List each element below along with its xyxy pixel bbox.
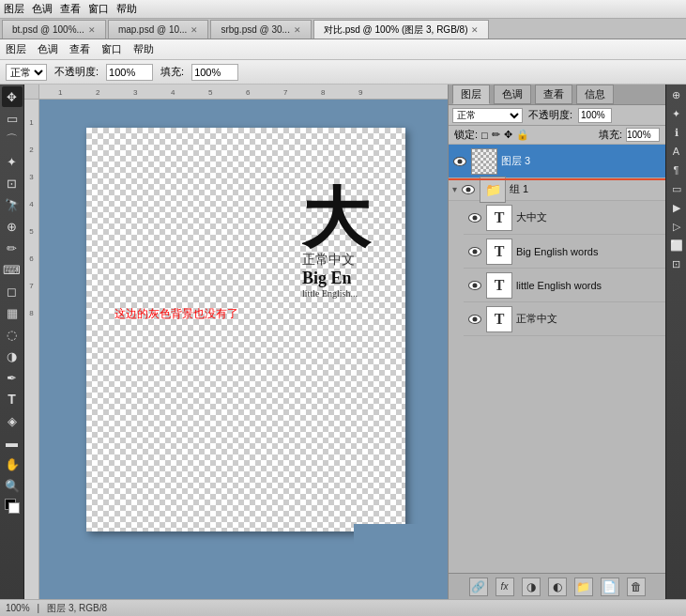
lock-all-icon[interactable]: 🔒 bbox=[516, 129, 529, 141]
right-btn-4[interactable]: A bbox=[668, 143, 685, 160]
right-btn-5[interactable]: ¶ bbox=[668, 162, 685, 178]
right-btn-2[interactable]: ✦ bbox=[668, 105, 685, 122]
link-layers-button[interactable]: 🔗 bbox=[469, 578, 488, 596]
tab-layers[interactable]: 图层 bbox=[452, 85, 490, 104]
lock-move-icon[interactable]: ✥ bbox=[504, 129, 512, 141]
layer-item-normal-chinese[interactable]: T 正常中文 bbox=[464, 302, 665, 336]
menu-tone[interactable]: 色调 bbox=[32, 2, 53, 16]
tab-map[interactable]: map.psd @ 10... ✕ bbox=[108, 20, 209, 38]
tab-close-compare[interactable]: ✕ bbox=[471, 25, 479, 35]
lasso-tool[interactable]: ⌒ bbox=[2, 130, 23, 150]
canvas-content[interactable]: 大 正常中文 Big En little English... 这边的灰色背景也… bbox=[39, 100, 448, 599]
menu-help[interactable]: 帮助 bbox=[116, 2, 137, 16]
path-tool[interactable]: ◈ bbox=[2, 410, 23, 431]
eye-icon-little-english[interactable] bbox=[468, 281, 481, 290]
layers-list[interactable]: 图层 3 ▾ 📁 组 1 bbox=[449, 145, 665, 573]
right-btn-8[interactable]: ▷ bbox=[668, 218, 685, 235]
menubar-tone[interactable]: 色调 bbox=[38, 42, 58, 56]
big-chinese-visibility[interactable] bbox=[467, 210, 482, 225]
layer3-visibility[interactable] bbox=[452, 154, 467, 169]
eraser-tool[interactable]: ◻ bbox=[2, 281, 23, 301]
menu-view[interactable]: 查看 bbox=[60, 2, 81, 16]
group1-expand-icon[interactable]: ▾ bbox=[452, 184, 457, 194]
layer-item-little-english[interactable]: T little English words bbox=[464, 269, 665, 302]
layer-item-big-chinese[interactable]: T 大中文 bbox=[464, 201, 665, 235]
tab-paths[interactable]: 查看 bbox=[535, 85, 572, 104]
hand-tool[interactable]: ✋ bbox=[2, 454, 23, 474]
magic-wand-tool[interactable]: ✦ bbox=[2, 151, 23, 172]
tab-srbg[interactable]: srbg.psd @ 30... ✕ bbox=[210, 20, 312, 38]
right-btn-6[interactable]: ▭ bbox=[668, 180, 685, 197]
layer-opacity-input[interactable] bbox=[578, 108, 612, 123]
pen-tool[interactable]: ✒ bbox=[2, 367, 23, 388]
menu-layer[interactable]: 图层 bbox=[4, 2, 24, 16]
menubar-help[interactable]: 帮助 bbox=[133, 42, 154, 56]
zoom-tool[interactable]: 🔍 bbox=[2, 475, 23, 496]
group1-header[interactable]: ▾ 📁 组 1 bbox=[449, 178, 665, 201]
dodge-tool[interactable]: ◑ bbox=[2, 346, 23, 366]
clone-tool[interactable]: ⌨ bbox=[2, 259, 23, 280]
status-separator: | bbox=[38, 603, 40, 613]
fg-bg-color[interactable] bbox=[3, 497, 22, 516]
layer-item-big-english[interactable]: T Big English words bbox=[464, 235, 665, 269]
normal-chinese-visibility[interactable] bbox=[467, 312, 482, 327]
tab-compare[interactable]: 对比.psd @ 100% (图层 3, RGB/8) ✕ bbox=[313, 20, 490, 38]
delete-layer-button[interactable]: 🗑 bbox=[627, 578, 646, 596]
layer-item-layer3[interactable]: 图层 3 bbox=[449, 145, 665, 178]
eye-icon-group1[interactable] bbox=[462, 185, 475, 194]
big-english-visibility[interactable] bbox=[467, 244, 482, 259]
adjustment-button[interactable]: ◐ bbox=[548, 578, 567, 596]
fill-value-input[interactable] bbox=[626, 128, 660, 142]
document-canvas[interactable]: 大 正常中文 Big En little English... 这边的灰色背景也… bbox=[86, 128, 405, 531]
eye-icon-big-chinese[interactable] bbox=[468, 213, 481, 223]
text-type-icon: T bbox=[495, 209, 505, 226]
healing-tool[interactable]: ⊕ bbox=[2, 216, 23, 237]
fill-input[interactable] bbox=[191, 64, 238, 81]
tab-extra[interactable]: 信息 bbox=[576, 85, 614, 104]
right-btn-10[interactable]: ⊡ bbox=[668, 255, 685, 272]
eye-icon-big-english[interactable] bbox=[468, 247, 481, 256]
right-btn-3[interactable]: ℹ bbox=[668, 124, 685, 141]
brush-tool[interactable]: ✏ bbox=[2, 238, 23, 258]
eye-icon-normal-chinese[interactable] bbox=[468, 315, 481, 324]
crop-tool[interactable]: ⊡ bbox=[2, 173, 23, 193]
eyedropper-tool[interactable]: 🔭 bbox=[2, 194, 23, 215]
lock-position-icon[interactable]: ✏ bbox=[492, 129, 500, 141]
little-english-visibility[interactable] bbox=[467, 278, 482, 293]
menubar-view[interactable]: 查看 bbox=[69, 42, 90, 56]
group1-visibility[interactable] bbox=[461, 182, 476, 197]
layer3-thumbnail bbox=[471, 148, 497, 175]
tab-bt[interactable]: bt.psd @ 100%... ✕ bbox=[2, 20, 106, 38]
text-tool[interactable]: T bbox=[2, 389, 23, 409]
new-layer-button[interactable]: 📄 bbox=[601, 578, 619, 596]
tab-channels[interactable]: 色调 bbox=[494, 85, 531, 104]
tab-close-srbg[interactable]: ✕ bbox=[294, 25, 301, 35]
gradient-tool[interactable]: ▦ bbox=[2, 302, 23, 323]
menubar-window[interactable]: 窗口 bbox=[101, 42, 122, 56]
tab-close-map[interactable]: ✕ bbox=[191, 25, 198, 35]
lock-none-icon[interactable]: □ bbox=[481, 130, 488, 141]
canvas-wrapper: 1 2 3 4 5 6 7 8 9 1 2 3 4 5 6 bbox=[24, 85, 448, 599]
right-btn-7[interactable]: ▶ bbox=[668, 199, 685, 216]
blend-mode-select[interactable]: 正常 bbox=[6, 64, 47, 81]
right-btn-9[interactable]: ⬜ bbox=[668, 237, 685, 254]
marquee-tool[interactable]: ▭ bbox=[2, 108, 23, 129]
options-bar: 正常 不透明度: 填充: bbox=[0, 60, 686, 85]
shape-tool[interactable]: ▬ bbox=[2, 432, 23, 453]
eye-icon-layer3[interactable] bbox=[453, 157, 466, 166]
right-btn-1[interactable]: ⊕ bbox=[668, 86, 685, 103]
blur-tool[interactable]: ◌ bbox=[2, 324, 23, 345]
fill-label: 填充: bbox=[599, 128, 622, 142]
move-tool[interactable]: ✥ bbox=[2, 86, 23, 107]
canvas-little-english: little English... bbox=[302, 288, 448, 299]
opacity-input[interactable] bbox=[106, 64, 153, 81]
tab-close-bt[interactable]: ✕ bbox=[88, 25, 96, 35]
layers-bottom-bar: 🔗 fx ◑ ◐ 📁 📄 🗑 bbox=[449, 573, 665, 599]
menubar-layer[interactable]: 图层 bbox=[6, 42, 26, 56]
group-button[interactable]: 📁 bbox=[574, 578, 593, 596]
fx-button[interactable]: fx bbox=[495, 578, 514, 596]
tab-bar: bt.psd @ 100%... ✕ map.psd @ 10... ✕ srb… bbox=[0, 19, 686, 39]
mask-button[interactable]: ◑ bbox=[522, 578, 541, 596]
layer-blendmode-select[interactable]: 正常 bbox=[452, 108, 523, 123]
menu-window[interactable]: 窗口 bbox=[88, 2, 109, 16]
